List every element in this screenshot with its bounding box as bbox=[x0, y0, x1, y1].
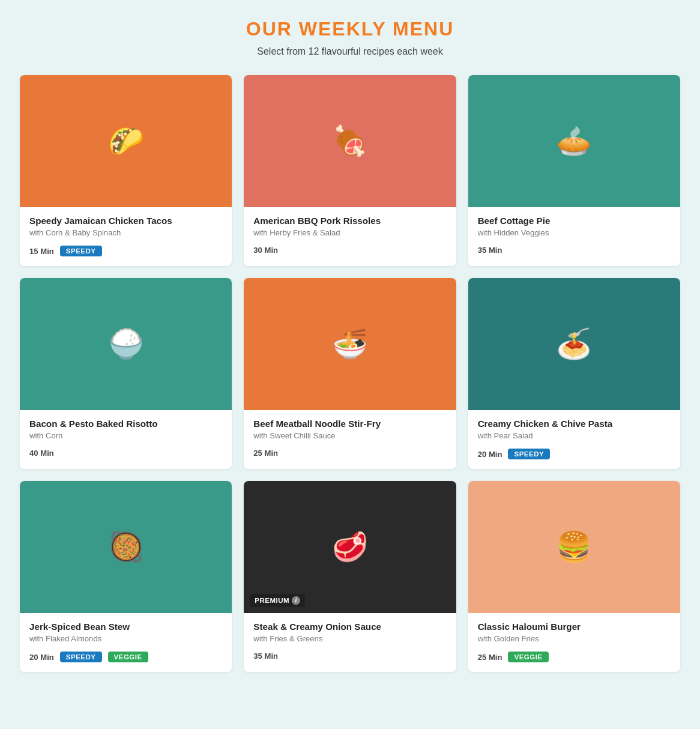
recipe-time: 30 Min bbox=[253, 246, 278, 255]
recipe-subtitle: with Hidden Veggies bbox=[478, 228, 671, 237]
recipe-name: Beef Cottage Pie bbox=[478, 216, 671, 226]
recipe-image-wrapper: 🥧 bbox=[468, 75, 680, 207]
recipe-info: Classic Haloumi Burgerwith Golden Fries2… bbox=[468, 613, 680, 672]
recipe-image-wrapper: 🍝 bbox=[468, 278, 680, 410]
recipe-time: 35 Min bbox=[478, 246, 502, 255]
recipe-meta: 25 Min bbox=[253, 449, 446, 458]
badge-speedy: SPEEDY bbox=[508, 449, 550, 459]
recipe-info: Speedy Jamaican Chicken Tacoswith Corn &… bbox=[20, 207, 232, 266]
recipe-meta: 35 Min bbox=[478, 246, 671, 255]
recipe-image: 🍔 bbox=[468, 481, 680, 613]
recipe-card[interactable]: 🍜Beef Meatball Noodle Stir-Frywith Sweet… bbox=[244, 278, 456, 469]
recipe-time: 35 Min bbox=[253, 652, 278, 661]
recipe-info: Creamy Chicken & Chive Pastawith Pear Sa… bbox=[468, 410, 680, 469]
badge-veggie: VEGGIE bbox=[508, 652, 548, 662]
info-icon[interactable]: i bbox=[292, 596, 300, 605]
recipe-meta: 15 MinSPEEDY bbox=[29, 246, 222, 256]
recipe-card[interactable]: 🍖American BBQ Pork Rissoleswith Herby Fr… bbox=[244, 75, 456, 266]
recipe-meta: 20 MinSPEEDY bbox=[478, 449, 671, 459]
recipe-image-wrapper: 🥩PREMIUMi bbox=[244, 481, 456, 613]
recipe-card[interactable]: 🍝Creamy Chicken & Chive Pastawith Pear S… bbox=[468, 278, 680, 469]
recipe-card[interactable]: 🍔Classic Haloumi Burgerwith Golden Fries… bbox=[468, 481, 680, 672]
page-subtitle: Select from 12 flavourful recipes each w… bbox=[12, 46, 688, 57]
recipe-info: Beef Meatball Noodle Stir-Frywith Sweet … bbox=[244, 410, 456, 467]
recipe-image-wrapper: 🥘 bbox=[20, 481, 232, 613]
recipe-info: Steak & Creamy Onion Saucewith Fries & G… bbox=[244, 613, 456, 670]
premium-label: PREMIUM bbox=[255, 597, 289, 604]
recipe-subtitle: with Flaked Almonds bbox=[29, 634, 222, 643]
recipe-card[interactable]: 🍚Bacon & Pesto Baked Risottowith Corn40 … bbox=[20, 278, 232, 469]
page-title: OUR WEEKLY MENU bbox=[12, 18, 688, 40]
recipe-image: 🍜 bbox=[244, 278, 456, 410]
recipe-image-wrapper: 🍖 bbox=[244, 75, 456, 207]
recipe-image-wrapper: 🍚 bbox=[20, 278, 232, 410]
recipe-meta: 20 MinSPEEDYVEGGIE bbox=[29, 652, 222, 662]
menu-grid: 🌮Speedy Jamaican Chicken Tacoswith Corn … bbox=[20, 75, 680, 672]
recipe-time: 15 Min bbox=[29, 247, 54, 256]
premium-badge: PREMIUMi bbox=[250, 594, 305, 607]
recipe-subtitle: with Corn & Baby Spinach bbox=[29, 228, 222, 237]
recipe-image-wrapper: 🍔 bbox=[468, 481, 680, 613]
recipe-time: 20 Min bbox=[29, 653, 54, 662]
recipe-image: 🥧 bbox=[468, 75, 680, 207]
recipe-meta: 30 Min bbox=[253, 246, 446, 255]
recipe-card[interactable]: 🥩PREMIUMiSteak & Creamy Onion Saucewith … bbox=[244, 481, 456, 672]
recipe-subtitle: with Golden Fries bbox=[478, 634, 671, 643]
recipe-card[interactable]: 🌮Speedy Jamaican Chicken Tacoswith Corn … bbox=[20, 75, 232, 266]
badge-speedy: SPEEDY bbox=[60, 652, 102, 662]
recipe-image: 🍚 bbox=[20, 278, 232, 410]
recipe-card[interactable]: 🥧Beef Cottage Piewith Hidden Veggies35 M… bbox=[468, 75, 680, 266]
recipe-subtitle: with Corn bbox=[29, 431, 222, 440]
recipe-meta: 40 Min bbox=[29, 449, 222, 458]
badge-veggie: VEGGIE bbox=[108, 652, 148, 662]
recipe-image-wrapper: 🍜 bbox=[244, 278, 456, 410]
recipe-name: American BBQ Pork Rissoles bbox=[253, 216, 446, 226]
recipe-meta: 25 MinVEGGIE bbox=[478, 652, 671, 662]
recipe-info: Beef Cottage Piewith Hidden Veggies35 Mi… bbox=[468, 207, 680, 264]
recipe-info: American BBQ Pork Rissoleswith Herby Fri… bbox=[244, 207, 456, 264]
recipe-name: Steak & Creamy Onion Sauce bbox=[253, 622, 446, 632]
recipe-image-wrapper: 🌮 bbox=[20, 75, 232, 207]
recipe-time: 40 Min bbox=[29, 449, 54, 458]
recipe-time: 20 Min bbox=[478, 450, 502, 459]
recipe-subtitle: with Pear Salad bbox=[478, 431, 671, 440]
recipe-subtitle: with Herby Fries & Salad bbox=[253, 228, 446, 237]
recipe-image: 🌮 bbox=[20, 75, 232, 207]
recipe-meta: 35 Min bbox=[253, 652, 446, 661]
recipe-image: 🥩 bbox=[244, 481, 456, 613]
recipe-name: Classic Haloumi Burger bbox=[478, 622, 671, 632]
recipe-name: Beef Meatball Noodle Stir-Fry bbox=[253, 419, 446, 429]
recipe-name: Speedy Jamaican Chicken Tacos bbox=[29, 216, 222, 226]
badge-speedy: SPEEDY bbox=[60, 246, 102, 256]
recipe-name: Creamy Chicken & Chive Pasta bbox=[478, 419, 671, 429]
recipe-name: Bacon & Pesto Baked Risotto bbox=[29, 419, 222, 429]
recipe-image: 🥘 bbox=[20, 481, 232, 613]
recipe-subtitle: with Fries & Greens bbox=[253, 634, 446, 643]
recipe-image: 🍖 bbox=[244, 75, 456, 207]
page-header: OUR WEEKLY MENU Select from 12 flavourfu… bbox=[12, 18, 688, 57]
recipe-info: Bacon & Pesto Baked Risottowith Corn40 M… bbox=[20, 410, 232, 467]
recipe-info: Jerk-Spiced Bean Stewwith Flaked Almonds… bbox=[20, 613, 232, 672]
recipe-time: 25 Min bbox=[253, 449, 278, 458]
recipe-time: 25 Min bbox=[478, 653, 502, 662]
recipe-image: 🍝 bbox=[468, 278, 680, 410]
recipe-subtitle: with Sweet Chilli Sauce bbox=[253, 431, 446, 440]
recipe-card[interactable]: 🥘Jerk-Spiced Bean Stewwith Flaked Almond… bbox=[20, 481, 232, 672]
recipe-name: Jerk-Spiced Bean Stew bbox=[29, 622, 222, 632]
